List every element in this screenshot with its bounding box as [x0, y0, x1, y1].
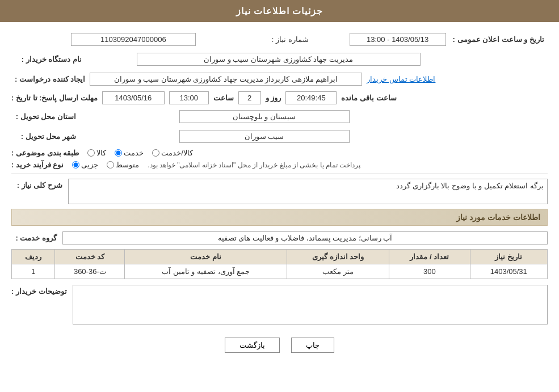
saat-label: ساعت [213, 94, 234, 102]
baqi-mande-value: 20:49:45 [285, 91, 337, 104]
sharh-value: برگه استعلام تکمیل و با وضوح بالا بارگزا… [68, 179, 548, 204]
ettelaat-tamas-link[interactable]: اطلاعات تماس خریدار [367, 75, 435, 83]
top-info-table: تاریخ و ساعت اعلان عمومی : 1403/05/13 - … [11, 31, 548, 48]
roz-value: 2 [238, 91, 261, 104]
farayand-jozii-item: جزیی [72, 161, 98, 169]
roz-label: روز و [266, 94, 281, 102]
shahr-table: سیب سوران شهر محل تحویل : [11, 128, 548, 145]
page-title: جزئیات اطلاعات نیاز [236, 6, 323, 16]
ostan-value: سیستان و بلوچستان [179, 110, 350, 123]
farayand-jozii-radio[interactable] [72, 161, 79, 168]
farayand-motavasset-radio[interactable] [107, 161, 114, 168]
tabaqe-row: کالا/خدمت خدمت کالا طبقه بندی موضوعی : [11, 149, 548, 157]
farayand-jozii-label: جزیی [81, 161, 98, 169]
cell-tedad: 300 [389, 264, 470, 279]
tawzihaat-label: توضیحات خریدار : [11, 285, 67, 296]
print-button[interactable]: چاپ [291, 338, 334, 353]
content-area: تاریخ و ساعت اعلان عمومی : 1403/05/13 - … [0, 22, 559, 373]
tawzihaat-row: توضیحات خریدار : [11, 285, 548, 326]
tabaqe-label: طبقه بندی موضوعی : [11, 149, 79, 157]
ostan-label: استان محل تحویل : [11, 108, 79, 125]
gorohe-khedmat-value: آب رسانی؛ مدیریت پسماند، فاضلاب و فعالیت… [62, 231, 548, 245]
noe-farayand-label: نوع فرآیند خرید : [11, 161, 64, 169]
tabaqe-khedmat-radio[interactable] [115, 149, 122, 157]
mohlat-row: ساعت باقی مانده 20:49:45 روز و 2 ساعت 13… [11, 91, 548, 104]
ijad-konande-label: ایجاد کننده درخواست : [15, 75, 85, 83]
shomara-niaz-label: شماره نیاز : [255, 31, 312, 48]
tarikh-elaan-value: 1403/05/13 - 13:00 [350, 33, 446, 46]
shomara-niaz-value: 1103092047000006 [71, 33, 196, 46]
shahr-value: سیب سوران [179, 130, 350, 143]
cell-radif: 1 [12, 264, 55, 279]
name-dastgah-value: مدیریت جهاد کشاورزی شهرستان سیب و سوران [137, 53, 421, 66]
col-tarikh-niaz: تاریخ نیاز [470, 250, 547, 264]
farayand-motavasset-label: متوسط [116, 161, 139, 169]
ijad-table: اطلاعات تماس خریدار ابراهیم ملازهی کاربر… [11, 70, 548, 88]
baqi-mande-label: ساعت باقی مانده [341, 94, 396, 102]
col-vahed: واحد اندازه گیری [287, 250, 389, 264]
col-radif: ردیف [12, 250, 55, 264]
tarikh-value: 1403/05/16 [102, 91, 165, 104]
mohlat-label: مهلت ارسال پاسخ: تا تاریخ : [11, 94, 98, 102]
col-name-khedmat: نام خدمت [125, 250, 287, 264]
khadamat-section-title: اطلاعات خدمات مورد نیاز [11, 209, 548, 226]
farayand-motavasset-item: متوسط [107, 161, 139, 169]
cell-vahed: متر مکعب [287, 264, 389, 279]
col-code-khedmat: کد خدمت [55, 250, 125, 264]
table-row: 1403/05/31 300 متر مکعب جمع آوری، تصفیه … [12, 264, 548, 279]
tawzihaat-textarea[interactable] [73, 285, 548, 324]
back-button[interactable]: بازگشت [225, 338, 280, 353]
tabaqe-kala-radio[interactable] [87, 149, 95, 157]
sharh-row: برگه استعلام تکمیل و با وضوح بالا بارگزا… [11, 179, 548, 204]
tabaqe-khedmat-item: خدمت [115, 149, 144, 157]
tabaqe-kala-khedmat-radio[interactable] [152, 149, 159, 157]
col-tedad: تعداد / مقدار [389, 250, 470, 264]
noe-farayand-text: پرداخت تمام یا بخشی از مبلغ خریدار از مح… [148, 161, 360, 169]
tabaqe-khedmat-label: خدمت [124, 149, 144, 157]
cell-tarikh-niaz: 1403/05/31 [470, 264, 547, 279]
cell-code-khedmat: ت-36-360 [55, 264, 125, 279]
service-table: تاریخ نیاز تعداد / مقدار واحد اندازه گیر… [11, 249, 548, 279]
page-header: جزئیات اطلاعات نیاز [0, 0, 559, 22]
ostan-table: سیستان و بلوچستان استان محل تحویل : [11, 108, 548, 125]
tabaqe-kala-label: کالا [96, 149, 106, 157]
tarikh-elaan-label: تاریخ و ساعت اعلان عمومی : [449, 31, 548, 48]
page-wrapper: جزئیات اطلاعات نیاز تاریخ و ساعت اعلان ع… [0, 0, 559, 392]
gorohe-khedmat-label: گروه خدمت : [11, 234, 57, 242]
cell-name-khedmat: جمع آوری، تصفیه و تامین آب [125, 264, 287, 279]
sharh-label: شرح کلی نیاز : [11, 179, 62, 189]
saat-value: 13:00 [169, 91, 209, 104]
gorohe-khedmat-row: آب رسانی؛ مدیریت پسماند، فاضلاب و فعالیت… [11, 231, 548, 245]
tabaqe-kala-khedmat-label: کالا/خدمت [161, 149, 193, 157]
ijad-konande-value: ابراهیم ملازهی کاربرداز مدیریت جهاد کشاو… [90, 73, 362, 86]
tabaqe-kala-khedmat-item: کالا/خدمت [152, 149, 193, 157]
buttons-row: چاپ بازگشت [11, 338, 548, 353]
tabaqe-kala-item: کالا [87, 149, 106, 157]
shahr-label: شهر محل تحویل : [11, 128, 79, 145]
noe-farayand-row: پرداخت تمام یا بخشی از مبلغ خریدار از مح… [11, 161, 548, 169]
name-dastgah-label: نام دستگاه خریدار : [11, 50, 85, 68]
dastgah-table: مدیریت جهاد کشاورزی شهرستان سیب و سوران … [11, 50, 548, 68]
